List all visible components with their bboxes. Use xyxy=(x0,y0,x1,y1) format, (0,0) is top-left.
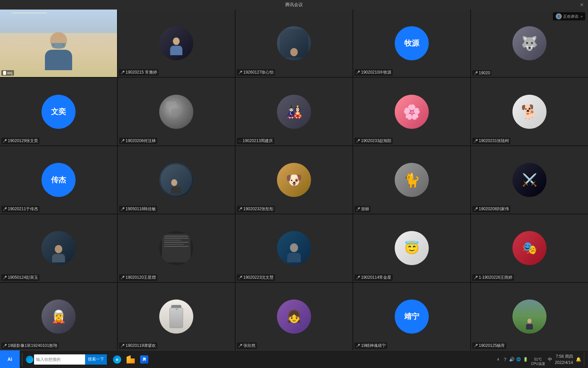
cpu-temp: 51°C CPU温度 xyxy=(531,353,545,366)
close-button[interactable]: ✕ xyxy=(580,2,584,7)
avatar-2 xyxy=(277,26,311,60)
mic-icon-3: 🎤 xyxy=(356,71,360,74)
app-title: 腾讯会议 xyxy=(285,2,303,8)
cell-21-label: 🎤 19020119谭缪欢 xyxy=(119,342,157,349)
cell-19-inner: 🎭 xyxy=(471,214,588,282)
avatar-3: 牧源 xyxy=(395,26,429,60)
cell-17: 🎤 19020223沈文慧 xyxy=(235,214,353,282)
cell-1-label: 🎤 19020215 常雅婷 xyxy=(119,69,159,76)
mic-icon-7: — xyxy=(238,139,242,143)
cell-20: 🧝 🎤 19级影像1班19240101敖翔 xyxy=(0,283,117,350)
cell-8-inner: 🌸 xyxy=(353,78,470,145)
cell-7-label: — 19020213周建庆 xyxy=(237,138,274,144)
tencent-meeting-icon[interactable]: 腾 xyxy=(138,353,150,366)
cell-11: 🎤 19050118韩佳敏 xyxy=(118,146,235,214)
cell-14-inner: ⚔️ xyxy=(471,146,588,214)
avatar-6 xyxy=(159,95,193,129)
cell-18-label: 🎤 19020114常金星 xyxy=(355,274,393,281)
cell-2: 🎤 19260127徐心怡 xyxy=(235,10,353,77)
cell-3-label: 🎤 19020210许牧源 xyxy=(355,69,393,76)
cell-23-inner: 靖宁 xyxy=(353,283,470,350)
mic-indicator xyxy=(3,71,6,75)
avatar-4: 🐺 xyxy=(512,26,546,60)
mic-icon-5: 🎤 xyxy=(3,139,7,143)
ai-label-text: Ai xyxy=(7,356,12,362)
question-icon[interactable]: ? xyxy=(502,357,508,362)
cell-12-label: 🎤 19020232张彤彤 xyxy=(237,206,275,212)
time-display: 7:58 周四 xyxy=(555,353,573,359)
pinned-apps: e 腾 xyxy=(111,353,150,366)
file-explorer-icon[interactable] xyxy=(125,353,137,366)
mic-icon-2: 🎤 xyxy=(238,71,242,74)
mic-icon-6: 🎤 xyxy=(120,139,125,143)
local-user-name: wq xyxy=(7,71,12,75)
avatar-16 xyxy=(159,231,193,265)
cell-13-label: 🎤 游丽 xyxy=(355,206,371,212)
cell-local-user: wq xyxy=(0,10,117,77)
avatar-9: 🐕 xyxy=(512,95,546,129)
cell-22-inner: 👧 xyxy=(235,283,353,350)
clock[interactable]: 7:58 周四 2022/4/14 xyxy=(555,353,573,366)
cell-1: 🎤 19020215 常雅婷 xyxy=(118,10,235,77)
search-bar: 搜索一下 xyxy=(34,354,107,365)
camera-feed xyxy=(0,10,117,77)
search-input[interactable] xyxy=(34,357,85,362)
cell-10: 传杰 🎤 19020211于传杰 xyxy=(0,146,117,214)
avatar-18: 😇 xyxy=(395,231,429,265)
mic-icon-13: 🎤 xyxy=(356,207,360,211)
cell-11-label: 🎤 19050118韩佳敏 xyxy=(119,206,157,212)
show-hidden-icons[interactable]: ∧ xyxy=(497,357,500,362)
talking-avatar-icon: 👤 xyxy=(556,13,562,19)
mic-icon-22: 🎤 xyxy=(238,344,242,348)
cell-21-inner: 🥤 xyxy=(118,283,235,350)
cell-13-inner: 🐈 xyxy=(353,146,470,214)
cell-24-label: 🎤 19020125杨宵 xyxy=(472,342,506,349)
cell-15-inner xyxy=(0,214,117,282)
cell-8-label: 🎤 19020233赵旭阳 xyxy=(355,138,393,144)
cell-18: 😇 🎤 19020114常金星 xyxy=(353,214,470,282)
mic-icon-14: 🎤 xyxy=(474,207,478,211)
avatar-5: 文奕 xyxy=(42,95,76,129)
mic-icon-16: 🎤 xyxy=(120,276,125,279)
cell-11-inner xyxy=(118,146,235,214)
volume-icon[interactable]: 🔊 xyxy=(509,357,514,362)
cell-14-label: 🎤 19020208刘家伟 xyxy=(472,206,510,212)
cell-2-label: 🎤 19260127徐心怡 xyxy=(237,69,275,76)
cell-20-inner: 🧝 xyxy=(0,283,117,350)
cell-1-inner xyxy=(118,10,235,77)
cell-13: 🐈 🎤 游丽 xyxy=(353,146,470,214)
cell-20-label: 🎤 19级影像1班19240101敖翔 xyxy=(1,342,59,349)
mic-icon-23: 🎤 xyxy=(356,344,360,348)
edge-icon[interactable]: e xyxy=(111,353,123,366)
notification-button[interactable]: 🔔 xyxy=(576,357,581,362)
search-button[interactable]: 搜索一下 xyxy=(85,354,107,365)
show-desktop-strip[interactable] xyxy=(584,353,585,366)
ai-button[interactable]: Ai xyxy=(0,350,20,368)
cell-15: 🎤 19050124彭寅玉 xyxy=(0,214,117,282)
system-tray: ∧ ? 🔊 🌐 🔋 51°C CPU温度 中 7:58 周四 2022/4/14… xyxy=(497,353,585,366)
cell-2-inner xyxy=(235,10,353,77)
local-user-label: wq xyxy=(1,70,14,76)
cell-3: 牧源 🎤 19020210许牧源 xyxy=(353,10,470,77)
avatar-20: 🧝 xyxy=(42,300,76,334)
mic-icon-15: 🎤 xyxy=(3,276,7,279)
battery-icon[interactable]: 🔋 xyxy=(523,357,528,362)
cell-16-label: 🎤 19020120王星熠 xyxy=(119,274,157,281)
cell-23-label: 🎤 19精神魂靖宁 xyxy=(355,342,387,349)
cell-19: 🎭 🎤 1·19020226王雨婷 xyxy=(471,214,588,282)
cell-6: 🎤 19020206何汶林 xyxy=(118,78,235,145)
language-indicator[interactable]: 中 xyxy=(548,356,552,363)
cell-24-inner xyxy=(471,283,588,350)
cell-5-label: 🎤 19020129张文奕 xyxy=(1,138,39,144)
cell-12-inner: 🐶 xyxy=(235,146,353,214)
cell-19-label: 🎤 1·19020226王雨婷 xyxy=(472,274,514,281)
cell-9: 🐕 🎤 19020231张陆柯 xyxy=(471,78,588,145)
avatar-17 xyxy=(277,231,311,265)
tray-icons: ? 🔊 🌐 🔋 xyxy=(502,357,528,362)
mic-icon-10: 🎤 xyxy=(3,207,7,211)
cell-3-inner: 牧源 xyxy=(353,10,470,77)
cell-10-inner: 传杰 xyxy=(0,146,117,214)
network-icon[interactable]: 🌐 xyxy=(516,357,521,362)
date-display: 2022/4/14 xyxy=(555,359,573,366)
search-area: 搜索一下 xyxy=(26,354,107,365)
